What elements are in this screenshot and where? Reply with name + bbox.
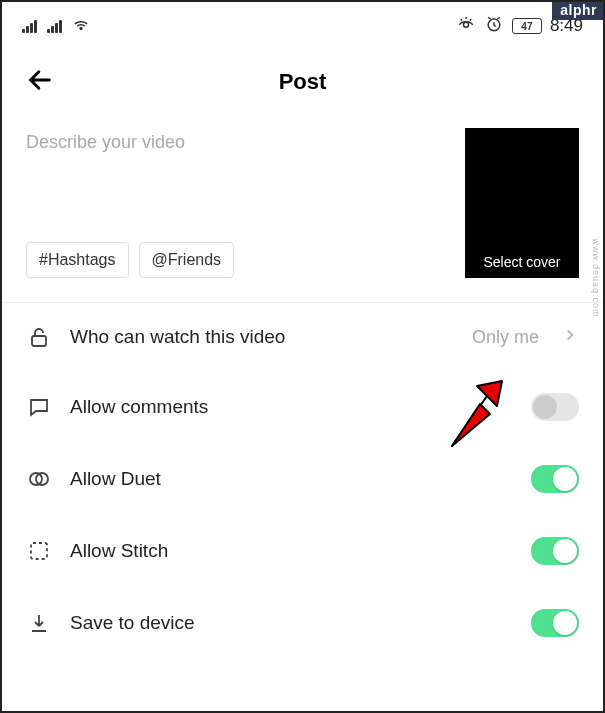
page-header: Post xyxy=(2,46,603,128)
save-toggle[interactable] xyxy=(531,609,579,637)
duet-toggle[interactable] xyxy=(531,465,579,493)
chevron-right-icon xyxy=(561,326,579,348)
lock-icon xyxy=(26,325,52,349)
svg-point-1 xyxy=(463,22,468,27)
privacy-label: Who can watch this video xyxy=(70,326,454,348)
duet-icon xyxy=(26,467,52,491)
battery-icon: 47 xyxy=(512,18,542,34)
svg-rect-6 xyxy=(31,543,47,559)
privacy-value: Only me xyxy=(472,327,539,348)
comment-icon xyxy=(26,395,52,419)
download-icon xyxy=(26,611,52,635)
svg-rect-3 xyxy=(32,336,46,346)
compose-area: Describe your video #Hashtags @Friends S… xyxy=(2,128,603,303)
save-label: Save to device xyxy=(70,612,513,634)
cover-label: Select cover xyxy=(483,254,560,270)
comments-row: Allow comments xyxy=(2,371,603,443)
comments-label: Allow comments xyxy=(70,396,513,418)
description-input[interactable]: Describe your video xyxy=(26,132,447,153)
svg-point-0 xyxy=(80,28,82,30)
friends-button[interactable]: @Friends xyxy=(139,242,235,278)
save-row: Save to device xyxy=(2,587,603,659)
stitch-row: Allow Stitch xyxy=(2,515,603,587)
alarm-icon xyxy=(484,14,504,38)
duet-row: Allow Duet xyxy=(2,443,603,515)
stitch-toggle[interactable] xyxy=(531,537,579,565)
select-cover-button[interactable]: Select cover xyxy=(465,128,579,278)
back-button[interactable] xyxy=(26,66,54,98)
stitch-label: Allow Stitch xyxy=(70,540,513,562)
alphr-badge: alphr xyxy=(552,0,605,20)
eye-icon xyxy=(456,14,476,38)
duet-label: Allow Duet xyxy=(70,468,513,490)
signal-icon-1 xyxy=(22,20,37,33)
privacy-row[interactable]: Who can watch this video Only me xyxy=(2,303,603,371)
comments-toggle[interactable] xyxy=(531,393,579,421)
stitch-icon xyxy=(26,539,52,563)
page-title: Post xyxy=(279,69,327,95)
wifi-icon xyxy=(72,15,90,37)
signal-icon-2 xyxy=(47,20,62,33)
hashtags-button[interactable]: #Hashtags xyxy=(26,242,129,278)
status-bar: 47 8:49 xyxy=(2,2,603,46)
